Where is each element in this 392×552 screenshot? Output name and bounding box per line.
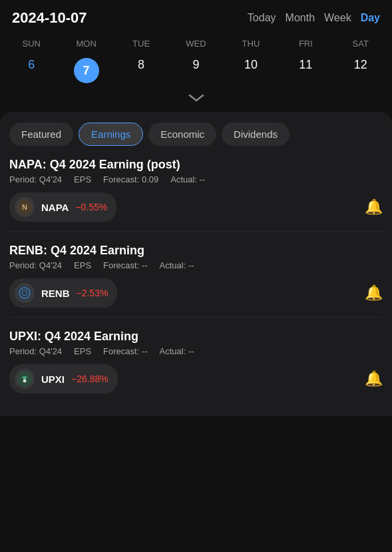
- earning-meta-napa: Period: Q4'24 EPS Forecast: 0.09 Actual:…: [9, 174, 383, 184]
- renb-change: −2.53%: [77, 288, 108, 298]
- actual-value: Actual: --: [160, 346, 194, 356]
- tabs-section: Featured Earnings Economic Dividends: [0, 112, 392, 146]
- header-date: 2024-10-07: [12, 9, 87, 27]
- svg-text:N: N: [22, 203, 27, 211]
- day-9[interactable]: 9: [168, 54, 223, 87]
- chevron-row[interactable]: [0, 87, 392, 112]
- earning-meta-upxi: Period: Q4'24 EPS Forecast: -- Actual: -…: [9, 346, 383, 356]
- eps-label: EPS: [74, 174, 91, 184]
- upxi-icon: [15, 369, 35, 389]
- nav-month[interactable]: Month: [286, 12, 315, 24]
- earning-title-napa: NAPA: Q4 2024 Earning (post): [9, 158, 383, 172]
- renb-bell-icon[interactable]: 🔔: [365, 284, 383, 302]
- earning-title-upxi: UPXI: Q4 2024 Earning: [9, 330, 383, 344]
- day-6[interactable]: 6: [4, 54, 59, 87]
- day-8[interactable]: 8: [114, 54, 168, 87]
- nav-day[interactable]: Day: [361, 12, 380, 24]
- header-nav: Today Month Week Day: [248, 12, 380, 24]
- upxi-ticker-name: UPXI: [41, 374, 65, 385]
- period-label: Period: Q4'24: [9, 174, 62, 184]
- chevron-down-icon: [188, 94, 204, 102]
- ticker-row-renb: RENB −2.53% 🔔: [9, 278, 383, 308]
- day-label-fri: FRI: [278, 36, 333, 51]
- earning-item-upxi: UPXI: Q4 2024 Earning Period: Q4'24 EPS …: [9, 318, 383, 403]
- ticker-row-napa: N NAPA −0.55% 🔔: [9, 192, 383, 222]
- earning-item-napa: NAPA: Q4 2024 Earning (post) Period: Q4'…: [9, 146, 383, 232]
- earnings-list: NAPA: Q4 2024 Earning (post) Period: Q4'…: [0, 146, 392, 416]
- day-numbers: 6 7 8 9 10 11 12: [0, 54, 392, 87]
- forecast-value: Forecast: --: [103, 260, 147, 270]
- eps-label: EPS: [74, 346, 91, 356]
- day-label-sun: SUN: [4, 36, 59, 51]
- day-label-thu: THU: [224, 36, 278, 51]
- svg-point-6: [23, 380, 27, 383]
- nav-today[interactable]: Today: [248, 12, 276, 24]
- day-12[interactable]: 12: [333, 54, 388, 87]
- day-label-tue: TUE: [114, 36, 168, 51]
- earning-title-renb: RENB: Q4 2024 Earning: [9, 244, 383, 258]
- forecast-value: Forecast: 0.09: [103, 174, 158, 184]
- tab-economic[interactable]: Economic: [148, 123, 216, 146]
- day-11[interactable]: 11: [278, 54, 333, 87]
- forecast-value: Forecast: --: [103, 346, 147, 356]
- napa-bell-icon[interactable]: 🔔: [365, 198, 383, 216]
- napa-ticker-name: NAPA: [41, 202, 69, 213]
- day-labels: SUN MON TUE WED THU FRI SAT: [0, 36, 392, 51]
- eps-label: EPS: [74, 260, 91, 270]
- tab-earnings[interactable]: Earnings: [79, 123, 143, 146]
- ticker-chip-renb[interactable]: RENB −2.53%: [9, 278, 117, 308]
- earning-meta-renb: Period: Q4'24 EPS Forecast: -- Actual: -…: [9, 260, 383, 270]
- ticker-chip-napa[interactable]: N NAPA −0.55%: [9, 192, 116, 222]
- tab-dividends[interactable]: Dividends: [222, 123, 290, 146]
- tab-featured[interactable]: Featured: [9, 123, 73, 146]
- ticker-row-upxi: UPXI −26.88% 🔔: [9, 364, 383, 394]
- header: 2024-10-07 Today Month Week Day: [0, 0, 392, 33]
- earning-item-renb: RENB: Q4 2024 Earning Period: Q4'24 EPS …: [9, 232, 383, 318]
- tabs-row: Featured Earnings Economic Dividends: [9, 123, 383, 146]
- actual-value: Actual: --: [160, 260, 194, 270]
- napa-icon: N: [15, 197, 35, 217]
- renb-ticker-name: RENB: [41, 288, 70, 299]
- period-label: Period: Q4'24: [9, 346, 62, 356]
- calendar: SUN MON TUE WED THU FRI SAT 6 7 8 9 10 1…: [0, 33, 392, 112]
- ticker-chip-upxi[interactable]: UPXI −26.88%: [9, 364, 118, 394]
- day-7[interactable]: 7: [59, 54, 113, 87]
- renb-icon: [15, 283, 35, 303]
- day-label-mon: MON: [59, 36, 113, 51]
- napa-change: −0.55%: [75, 202, 107, 212]
- upxi-change: −26.88%: [71, 374, 108, 384]
- upxi-bell-icon[interactable]: 🔔: [365, 370, 383, 388]
- day-label-wed: WED: [168, 36, 223, 51]
- nav-week[interactable]: Week: [324, 12, 351, 24]
- day-10[interactable]: 10: [224, 54, 278, 87]
- period-label: Period: Q4'24: [9, 260, 62, 270]
- day-label-sat: SAT: [333, 36, 388, 51]
- actual-value: Actual: --: [170, 174, 205, 184]
